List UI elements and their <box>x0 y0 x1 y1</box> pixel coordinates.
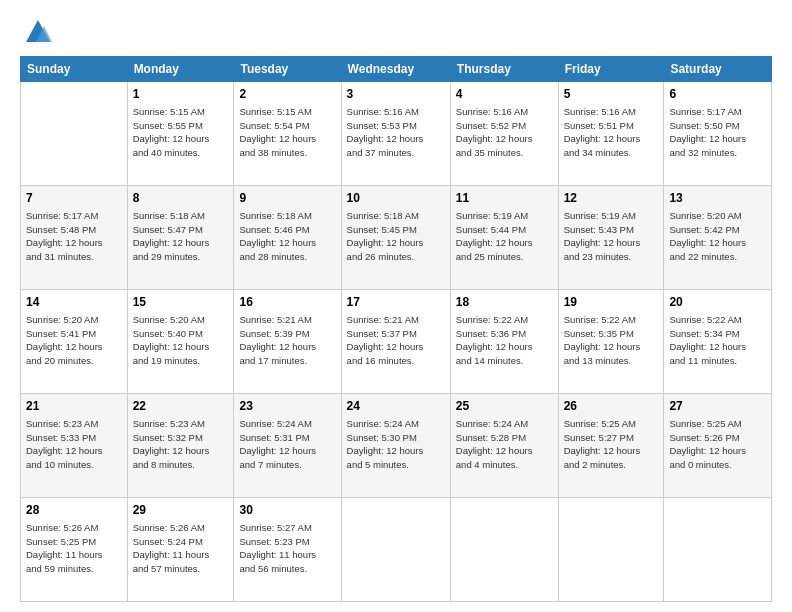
day-number: 24 <box>347 398 445 415</box>
day-number: 28 <box>26 502 122 519</box>
day-info: Sunrise: 5:26 AM Sunset: 5:24 PM Dayligh… <box>133 521 229 576</box>
day-info: Sunrise: 5:21 AM Sunset: 5:37 PM Dayligh… <box>347 313 445 368</box>
day-info: Sunrise: 5:19 AM Sunset: 5:44 PM Dayligh… <box>456 209 553 264</box>
col-header-sunday: Sunday <box>21 57 128 82</box>
day-info: Sunrise: 5:17 AM Sunset: 5:50 PM Dayligh… <box>669 105 766 160</box>
calendar-cell: 11Sunrise: 5:19 AM Sunset: 5:44 PM Dayli… <box>450 186 558 290</box>
day-info: Sunrise: 5:18 AM Sunset: 5:46 PM Dayligh… <box>239 209 335 264</box>
col-header-tuesday: Tuesday <box>234 57 341 82</box>
day-info: Sunrise: 5:19 AM Sunset: 5:43 PM Dayligh… <box>564 209 659 264</box>
day-number: 1 <box>133 86 229 103</box>
calendar-week-row: 14Sunrise: 5:20 AM Sunset: 5:41 PM Dayli… <box>21 290 772 394</box>
calendar-cell: 1Sunrise: 5:15 AM Sunset: 5:55 PM Daylig… <box>127 82 234 186</box>
page: SundayMondayTuesdayWednesdayThursdayFrid… <box>0 0 792 612</box>
day-number: 18 <box>456 294 553 311</box>
calendar-cell: 3Sunrise: 5:16 AM Sunset: 5:53 PM Daylig… <box>341 82 450 186</box>
calendar-week-row: 28Sunrise: 5:26 AM Sunset: 5:25 PM Dayli… <box>21 498 772 602</box>
day-info: Sunrise: 5:23 AM Sunset: 5:33 PM Dayligh… <box>26 417 122 472</box>
calendar-cell: 23Sunrise: 5:24 AM Sunset: 5:31 PM Dayli… <box>234 394 341 498</box>
day-number: 11 <box>456 190 553 207</box>
day-info: Sunrise: 5:20 AM Sunset: 5:40 PM Dayligh… <box>133 313 229 368</box>
calendar-cell: 15Sunrise: 5:20 AM Sunset: 5:40 PM Dayli… <box>127 290 234 394</box>
day-info: Sunrise: 5:24 AM Sunset: 5:30 PM Dayligh… <box>347 417 445 472</box>
day-info: Sunrise: 5:25 AM Sunset: 5:27 PM Dayligh… <box>564 417 659 472</box>
calendar-cell: 24Sunrise: 5:24 AM Sunset: 5:30 PM Dayli… <box>341 394 450 498</box>
day-number: 30 <box>239 502 335 519</box>
calendar-cell: 27Sunrise: 5:25 AM Sunset: 5:26 PM Dayli… <box>664 394 772 498</box>
day-number: 6 <box>669 86 766 103</box>
calendar-cell: 22Sunrise: 5:23 AM Sunset: 5:32 PM Dayli… <box>127 394 234 498</box>
calendar-cell: 5Sunrise: 5:16 AM Sunset: 5:51 PM Daylig… <box>558 82 664 186</box>
day-info: Sunrise: 5:22 AM Sunset: 5:34 PM Dayligh… <box>669 313 766 368</box>
calendar-cell: 4Sunrise: 5:16 AM Sunset: 5:52 PM Daylig… <box>450 82 558 186</box>
day-number: 8 <box>133 190 229 207</box>
day-info: Sunrise: 5:22 AM Sunset: 5:35 PM Dayligh… <box>564 313 659 368</box>
col-header-wednesday: Wednesday <box>341 57 450 82</box>
day-info: Sunrise: 5:17 AM Sunset: 5:48 PM Dayligh… <box>26 209 122 264</box>
calendar-cell: 21Sunrise: 5:23 AM Sunset: 5:33 PM Dayli… <box>21 394 128 498</box>
calendar-week-row: 7Sunrise: 5:17 AM Sunset: 5:48 PM Daylig… <box>21 186 772 290</box>
day-info: Sunrise: 5:23 AM Sunset: 5:32 PM Dayligh… <box>133 417 229 472</box>
calendar-cell: 17Sunrise: 5:21 AM Sunset: 5:37 PM Dayli… <box>341 290 450 394</box>
calendar-cell: 25Sunrise: 5:24 AM Sunset: 5:28 PM Dayli… <box>450 394 558 498</box>
calendar-cell: 29Sunrise: 5:26 AM Sunset: 5:24 PM Dayli… <box>127 498 234 602</box>
day-info: Sunrise: 5:20 AM Sunset: 5:41 PM Dayligh… <box>26 313 122 368</box>
day-info: Sunrise: 5:15 AM Sunset: 5:54 PM Dayligh… <box>239 105 335 160</box>
calendar-cell: 18Sunrise: 5:22 AM Sunset: 5:36 PM Dayli… <box>450 290 558 394</box>
day-number: 17 <box>347 294 445 311</box>
calendar-cell <box>450 498 558 602</box>
day-number: 16 <box>239 294 335 311</box>
col-header-monday: Monday <box>127 57 234 82</box>
day-info: Sunrise: 5:24 AM Sunset: 5:28 PM Dayligh… <box>456 417 553 472</box>
day-info: Sunrise: 5:15 AM Sunset: 5:55 PM Dayligh… <box>133 105 229 160</box>
calendar-cell: 10Sunrise: 5:18 AM Sunset: 5:45 PM Dayli… <box>341 186 450 290</box>
day-number: 19 <box>564 294 659 311</box>
day-number: 14 <box>26 294 122 311</box>
day-number: 12 <box>564 190 659 207</box>
logo-icon <box>24 18 52 46</box>
calendar-week-row: 1Sunrise: 5:15 AM Sunset: 5:55 PM Daylig… <box>21 82 772 186</box>
day-info: Sunrise: 5:18 AM Sunset: 5:45 PM Dayligh… <box>347 209 445 264</box>
day-number: 2 <box>239 86 335 103</box>
day-info: Sunrise: 5:25 AM Sunset: 5:26 PM Dayligh… <box>669 417 766 472</box>
day-number: 3 <box>347 86 445 103</box>
calendar-cell <box>21 82 128 186</box>
day-info: Sunrise: 5:21 AM Sunset: 5:39 PM Dayligh… <box>239 313 335 368</box>
calendar-cell <box>341 498 450 602</box>
calendar-cell: 6Sunrise: 5:17 AM Sunset: 5:50 PM Daylig… <box>664 82 772 186</box>
day-number: 5 <box>564 86 659 103</box>
calendar-cell: 9Sunrise: 5:18 AM Sunset: 5:46 PM Daylig… <box>234 186 341 290</box>
calendar-cell <box>664 498 772 602</box>
day-number: 20 <box>669 294 766 311</box>
day-info: Sunrise: 5:26 AM Sunset: 5:25 PM Dayligh… <box>26 521 122 576</box>
calendar-cell: 12Sunrise: 5:19 AM Sunset: 5:43 PM Dayli… <box>558 186 664 290</box>
col-header-friday: Friday <box>558 57 664 82</box>
day-info: Sunrise: 5:27 AM Sunset: 5:23 PM Dayligh… <box>239 521 335 576</box>
day-number: 13 <box>669 190 766 207</box>
calendar-cell: 16Sunrise: 5:21 AM Sunset: 5:39 PM Dayli… <box>234 290 341 394</box>
calendar-table: SundayMondayTuesdayWednesdayThursdayFrid… <box>20 56 772 602</box>
logo <box>20 18 52 46</box>
day-number: 9 <box>239 190 335 207</box>
day-number: 29 <box>133 502 229 519</box>
day-number: 23 <box>239 398 335 415</box>
calendar-header-row: SundayMondayTuesdayWednesdayThursdayFrid… <box>21 57 772 82</box>
calendar-cell: 30Sunrise: 5:27 AM Sunset: 5:23 PM Dayli… <box>234 498 341 602</box>
day-info: Sunrise: 5:16 AM Sunset: 5:53 PM Dayligh… <box>347 105 445 160</box>
day-number: 21 <box>26 398 122 415</box>
col-header-saturday: Saturday <box>664 57 772 82</box>
day-info: Sunrise: 5:16 AM Sunset: 5:51 PM Dayligh… <box>564 105 659 160</box>
day-info: Sunrise: 5:24 AM Sunset: 5:31 PM Dayligh… <box>239 417 335 472</box>
calendar-cell: 26Sunrise: 5:25 AM Sunset: 5:27 PM Dayli… <box>558 394 664 498</box>
calendar-cell: 13Sunrise: 5:20 AM Sunset: 5:42 PM Dayli… <box>664 186 772 290</box>
day-number: 22 <box>133 398 229 415</box>
calendar-cell: 2Sunrise: 5:15 AM Sunset: 5:54 PM Daylig… <box>234 82 341 186</box>
header <box>20 18 772 46</box>
calendar-cell: 20Sunrise: 5:22 AM Sunset: 5:34 PM Dayli… <box>664 290 772 394</box>
day-number: 7 <box>26 190 122 207</box>
day-number: 15 <box>133 294 229 311</box>
day-number: 27 <box>669 398 766 415</box>
day-number: 26 <box>564 398 659 415</box>
day-number: 25 <box>456 398 553 415</box>
col-header-thursday: Thursday <box>450 57 558 82</box>
